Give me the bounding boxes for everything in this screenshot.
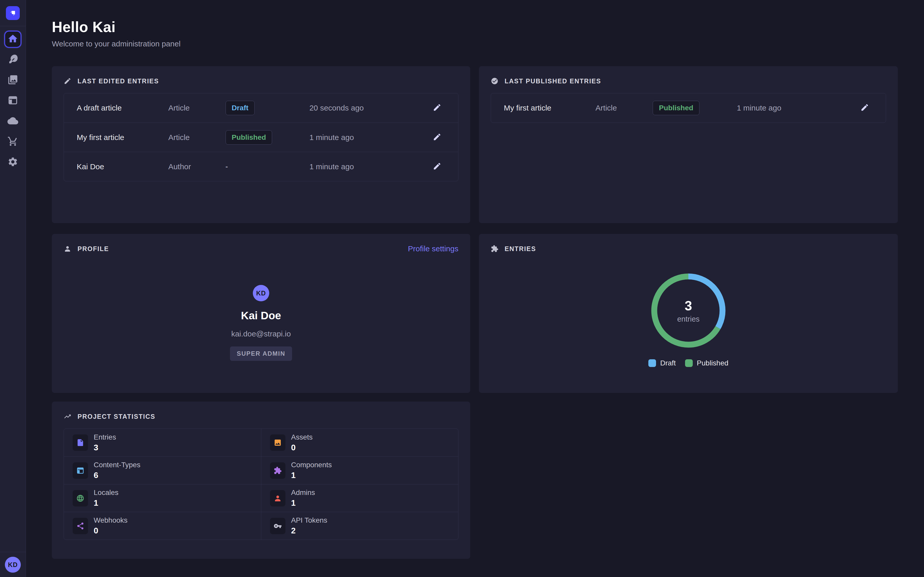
- legend-label: Draft: [660, 359, 676, 367]
- table-row[interactable]: A draft article Article Draft 20 seconds…: [64, 93, 458, 122]
- last-edited-table: A draft article Article Draft 20 seconds…: [64, 93, 459, 181]
- user-avatar[interactable]: KD: [5, 557, 21, 573]
- entries-chart-card: ENTRIES 3 entries: [479, 234, 898, 393]
- card-title: PROFILE: [78, 245, 109, 253]
- layout-icon: [7, 95, 18, 107]
- entries-donut-chart: 3 entries: [649, 271, 728, 350]
- sidebar-nav: [0, 26, 26, 171]
- profile-email: kai.doe@strapi.io: [231, 330, 291, 338]
- key-icon: [270, 518, 286, 534]
- entry-time: 20 seconds ago: [309, 103, 416, 112]
- pencil-icon: [64, 77, 71, 85]
- stat-label: Content-Types: [94, 461, 141, 469]
- stat-value: 1: [291, 471, 332, 480]
- stat-entries: Entries 3: [64, 429, 261, 456]
- card-title: ENTRIES: [505, 245, 536, 253]
- table-row[interactable]: Kai Doe Author - 1 minute ago: [64, 152, 458, 181]
- page-subtitle: Welcome to your administration panel: [52, 39, 924, 48]
- role-badge: SUPER ADMIN: [230, 347, 292, 361]
- shopping-cart-icon: [7, 136, 18, 148]
- status-badge: Draft: [226, 101, 255, 115]
- stat-value: 1: [291, 498, 315, 508]
- stat-value: 3: [94, 443, 116, 452]
- edit-pencil-icon[interactable]: [860, 103, 869, 113]
- globe-icon: [73, 490, 88, 506]
- entry-type: Article: [168, 133, 226, 142]
- published-swatch: [685, 359, 693, 367]
- entry-name: My first article: [504, 103, 596, 112]
- table-row[interactable]: My first article Article Published 1 min…: [64, 122, 458, 152]
- person-icon: [64, 245, 71, 253]
- entry-time: 1 minute ago: [737, 103, 844, 112]
- entry-type: Article: [596, 103, 653, 112]
- entry-name: Kai Doe: [77, 162, 168, 171]
- edit-pencil-icon[interactable]: [433, 132, 441, 142]
- status-badge: -: [226, 163, 228, 171]
- chart-legend: Draft Published: [648, 359, 729, 367]
- entry-name: My first article: [77, 133, 168, 142]
- sidebar-item-settings[interactable]: [4, 154, 21, 171]
- draft-swatch: [648, 359, 656, 367]
- stat-value: 1: [94, 498, 119, 508]
- statistics-table: Entries 3 Assets 0: [64, 429, 459, 540]
- profile-avatar: KD: [253, 285, 269, 301]
- layout-icon: [73, 463, 88, 479]
- profile-settings-link[interactable]: Profile settings: [408, 244, 459, 253]
- image-icon: [270, 434, 286, 451]
- stat-value: 0: [291, 443, 313, 452]
- legend-draft: Draft: [648, 359, 676, 367]
- sidebar-item-media-library[interactable]: [4, 72, 21, 89]
- stat-admins: Admins 1: [261, 484, 458, 512]
- feather-pen-icon: [7, 54, 18, 66]
- stat-value: 2: [291, 526, 327, 535]
- entry-name: A draft article: [77, 103, 168, 112]
- cloud-icon: [7, 115, 18, 127]
- entry-time: 1 minute ago: [309, 162, 416, 171]
- entry-time: 1 minute ago: [309, 133, 416, 142]
- stat-api-tokens: API Tokens 2: [261, 512, 458, 540]
- strapi-logo[interactable]: [6, 6, 20, 20]
- strapi-logo-icon: [8, 9, 17, 18]
- check-circle-icon: [491, 77, 498, 85]
- edit-pencil-icon[interactable]: [433, 162, 441, 172]
- entries-count: 3: [685, 298, 692, 313]
- entry-type: Author: [168, 162, 226, 171]
- stat-content-types: Content-Types 6: [64, 456, 261, 484]
- stat-value: 0: [94, 526, 128, 535]
- edit-pencil-icon[interactable]: [433, 103, 441, 113]
- sidebar-item-marketplace[interactable]: [4, 133, 21, 150]
- puzzle-icon: [270, 463, 286, 479]
- table-row[interactable]: My first article Article Published 1 min…: [491, 93, 886, 122]
- legend-label: Published: [697, 359, 729, 367]
- last-published-table: My first article Article Published 1 min…: [491, 93, 886, 123]
- trending-up-icon: [64, 413, 71, 420]
- home-icon: [7, 33, 18, 45]
- last-published-entries-card: LAST PUBLISHED ENTRIES My first article …: [479, 66, 898, 223]
- sidebar-item-content-type-builder[interactable]: [4, 92, 21, 109]
- card-title: PROJECT STATISTICS: [78, 413, 155, 420]
- stat-assets: Assets 0: [261, 429, 458, 456]
- stat-label: Webhooks: [94, 516, 128, 524]
- stat-label: Entries: [94, 433, 116, 442]
- project-statistics-card: PROJECT STATISTICS Entries 3: [52, 401, 470, 559]
- sidebar-bottom-divider: [0, 552, 26, 552]
- entry-type: Article: [168, 103, 226, 112]
- page-title: Hello Kai: [52, 18, 924, 35]
- stat-webhooks: Webhooks 0: [64, 512, 261, 540]
- gear-icon: [7, 156, 18, 168]
- images-icon: [7, 74, 18, 86]
- main-content: Hello Kai Welcome to your administration…: [26, 0, 924, 577]
- stat-label: Admins: [291, 488, 315, 497]
- profile-name: Kai Doe: [241, 309, 281, 322]
- sidebar-item-content-manager[interactable]: [4, 51, 21, 68]
- sidebar-item-home[interactable]: [4, 31, 21, 48]
- status-badge: Published: [226, 130, 272, 145]
- sidebar-item-cloud[interactable]: [4, 113, 21, 130]
- entries-count-label: entries: [677, 315, 699, 323]
- card-title: LAST EDITED ENTRIES: [78, 77, 159, 85]
- stat-label: Assets: [291, 433, 313, 442]
- status-badge: Published: [653, 101, 699, 115]
- stat-locales: Locales 1: [64, 484, 261, 512]
- share-nodes-icon: [73, 518, 88, 534]
- stat-label: Components: [291, 461, 332, 469]
